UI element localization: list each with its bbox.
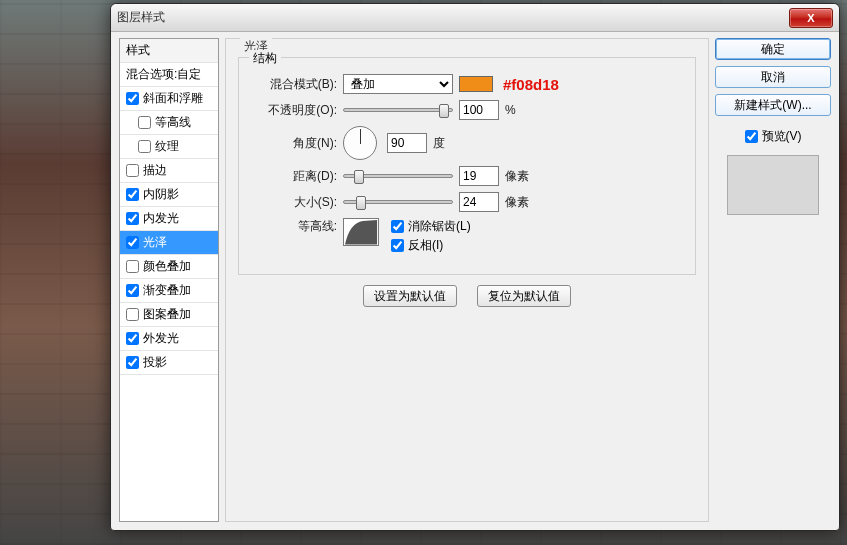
style-item-satin[interactable]: 光泽	[120, 231, 218, 255]
style-item-checkbox[interactable]	[126, 308, 139, 321]
style-item-inner-glow[interactable]: 内发光	[120, 207, 218, 231]
size-unit: 像素	[505, 194, 529, 211]
style-item-color-overlay[interactable]: 颜色叠加	[120, 255, 218, 279]
opacity-label: 不透明度(O):	[249, 102, 337, 119]
distance-label: 距离(D):	[249, 168, 337, 185]
preview-checkbox[interactable]	[745, 130, 758, 143]
opacity-slider[interactable]	[343, 108, 453, 112]
antialias-label: 消除锯齿(L)	[408, 218, 471, 235]
distance-row: 距离(D): 像素	[249, 166, 685, 186]
style-item-label: 斜面和浮雕	[143, 90, 203, 107]
style-item-label: 外发光	[143, 330, 179, 347]
angle-label: 角度(N):	[249, 135, 337, 152]
style-item-checkbox[interactable]	[126, 188, 139, 201]
style-item-label: 内阴影	[143, 186, 179, 203]
blend-mode-label: 混合模式(B):	[249, 76, 337, 93]
style-item-label: 光泽	[143, 234, 167, 251]
style-item-label: 图案叠加	[143, 306, 191, 323]
angle-row: 角度(N): 度	[249, 126, 685, 160]
style-item-checkbox[interactable]	[126, 356, 139, 369]
preview-label: 预览(V)	[762, 128, 802, 145]
blend-mode-row: 混合模式(B): 叠加 #f08d18	[249, 74, 685, 94]
contour-picker[interactable]	[343, 218, 379, 246]
new-style-button[interactable]: 新建样式(W)...	[715, 94, 831, 116]
style-item-checkbox[interactable]	[126, 212, 139, 225]
angle-input[interactable]	[387, 133, 427, 153]
style-item-stroke[interactable]: 描边	[120, 159, 218, 183]
style-item-gradient-overlay[interactable]: 渐变叠加	[120, 279, 218, 303]
right-column: 确定 取消 新建样式(W)... 预览(V)	[715, 38, 831, 522]
contour-curve-icon	[344, 219, 378, 245]
ok-button[interactable]: 确定	[715, 38, 831, 60]
style-item-label: 描边	[143, 162, 167, 179]
reset-default-button[interactable]: 复位为默认值	[477, 285, 571, 307]
style-item-label: 等高线	[155, 114, 191, 131]
style-item-outer-glow[interactable]: 外发光	[120, 327, 218, 351]
invert-label: 反相(I)	[408, 237, 443, 254]
structure-fieldset: 结构 混合模式(B): 叠加 #f08d18 不透明度(O): % 角	[238, 57, 696, 275]
angle-dial[interactable]	[343, 126, 377, 160]
style-item-checkbox[interactable]	[126, 236, 139, 249]
contour-label: 等高线:	[249, 218, 337, 235]
style-item-label: 渐变叠加	[143, 282, 191, 299]
preview-box	[727, 155, 819, 215]
style-item-drop-shadow[interactable]: 投影	[120, 351, 218, 375]
distance-unit: 像素	[505, 168, 529, 185]
style-item-checkbox[interactable]	[138, 140, 151, 153]
style-item-label: 投影	[143, 354, 167, 371]
style-item-checkbox[interactable]	[126, 284, 139, 297]
style-item-checkbox[interactable]	[126, 260, 139, 273]
style-item-texture[interactable]: 纹理	[120, 135, 218, 159]
size-label: 大小(S):	[249, 194, 337, 211]
antialias-checkbox[interactable]	[391, 220, 404, 233]
close-button[interactable]: X	[789, 8, 833, 28]
style-item-bevel[interactable]: 斜面和浮雕	[120, 87, 218, 111]
style-item-inner-shadow[interactable]: 内阴影	[120, 183, 218, 207]
layer-style-dialog: 图层样式 X 样式 混合选项:自定 斜面和浮雕 等高线 纹理	[110, 3, 840, 531]
antialias-check-row[interactable]: 消除锯齿(L)	[391, 218, 471, 235]
style-item-checkbox[interactable]	[126, 164, 139, 177]
cancel-button[interactable]: 取消	[715, 66, 831, 88]
set-default-button[interactable]: 设置为默认值	[363, 285, 457, 307]
style-item-checkbox[interactable]	[126, 92, 139, 105]
distance-input[interactable]	[459, 166, 499, 186]
style-list-header[interactable]: 样式	[120, 39, 218, 63]
blending-options-row[interactable]: 混合选项:自定	[120, 63, 218, 87]
style-item-label: 颜色叠加	[143, 258, 191, 275]
size-row: 大小(S): 像素	[249, 192, 685, 212]
satin-panel: 光泽 结构 混合模式(B): 叠加 #f08d18 不透明度(O): %	[225, 38, 709, 522]
style-item-label: 纹理	[155, 138, 179, 155]
style-item-pattern-overlay[interactable]: 图案叠加	[120, 303, 218, 327]
titlebar[interactable]: 图层样式 X	[111, 4, 839, 32]
style-list: 样式 混合选项:自定 斜面和浮雕 等高线 纹理 描边 内阴影	[119, 38, 219, 522]
opacity-row: 不透明度(O): %	[249, 100, 685, 120]
window-title: 图层样式	[117, 9, 165, 26]
distance-slider[interactable]	[343, 174, 453, 178]
opacity-input[interactable]	[459, 100, 499, 120]
color-swatch[interactable]	[459, 76, 493, 92]
blend-mode-select[interactable]: 叠加	[343, 74, 453, 94]
invert-check-row[interactable]: 反相(I)	[391, 237, 471, 254]
angle-unit: 度	[433, 135, 445, 152]
opacity-unit: %	[505, 103, 516, 117]
hex-annotation: #f08d18	[503, 76, 559, 93]
size-input[interactable]	[459, 192, 499, 212]
invert-checkbox[interactable]	[391, 239, 404, 252]
preview-check-row[interactable]: 预览(V)	[715, 128, 831, 145]
style-item-label: 内发光	[143, 210, 179, 227]
size-slider[interactable]	[343, 200, 453, 204]
style-item-checkbox[interactable]	[138, 116, 151, 129]
close-icon: X	[807, 12, 814, 24]
style-item-contour[interactable]: 等高线	[120, 111, 218, 135]
fieldset-title: 结构	[249, 50, 281, 67]
contour-row: 等高线: 消除锯齿(L) 反相(I)	[249, 218, 685, 254]
style-item-checkbox[interactable]	[126, 332, 139, 345]
